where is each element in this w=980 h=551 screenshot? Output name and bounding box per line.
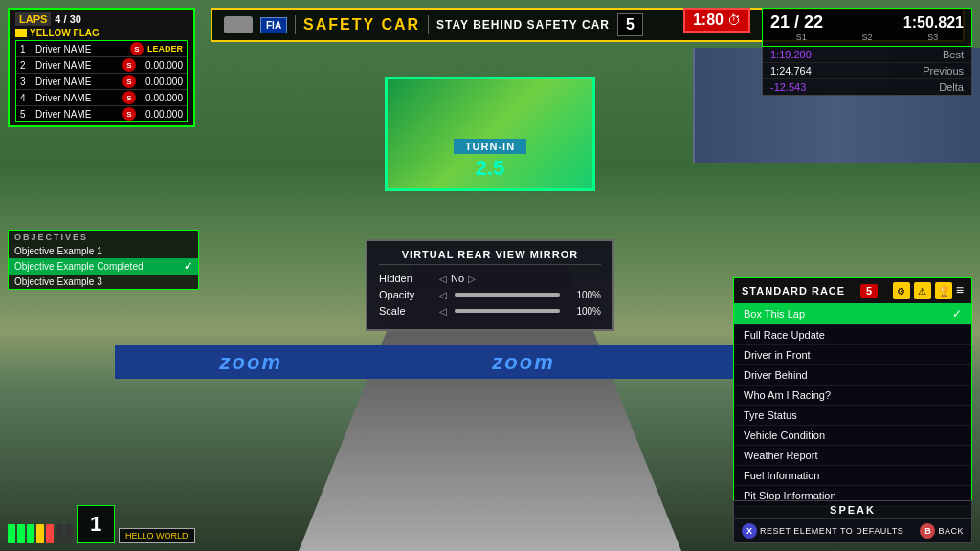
mirror-popup: VIRTUAL REAR VIEW MIRROR Hidden ◁ No ▷ O… [366,239,614,331]
gear-box: 1 [77,505,115,543]
sc-divider [295,15,296,34]
sector-s2: S2 [836,33,899,42]
opacity-row: Opacity ◁ 100% [379,289,601,300]
sector-s1: S1 [770,33,833,42]
race-panel: STANDARD RACE 5 ⚙ ⚠ 🏆 ≡ Box This Lap ✓ F… [733,277,972,507]
rpm-bar [8,524,73,543]
settings-icon[interactable]: ⚙ [893,282,910,299]
menu-item-driver-front[interactable]: Driver in Front [734,345,971,365]
sc-instruction: STAY BEHIND SAFETY CAR [436,18,610,32]
delta-label: Delta [939,81,964,93]
opacity-pct: 100% [568,290,601,300]
back-label: BACK [938,526,964,536]
menu-item-who-racing[interactable]: Who Am I Racing? [734,386,971,406]
scale-slider[interactable] [455,309,560,313]
zoom-text-1: zoom [220,350,282,375]
menu-item-full-race[interactable]: Full Race Update [734,325,971,345]
speak-controls: X RESET ELEMENT TO DEFAULTS B BACK [734,519,971,542]
timer-icon: ⏱ [727,12,741,28]
right-arrow-icon: ▷ [468,274,476,284]
objective-item-2: Objective Example Completed ✓ [9,258,198,275]
timer-value: 1:80 [693,11,724,29]
rpm-dot-7 [65,524,73,543]
race-badge: 5 [860,284,878,298]
scale-fill [455,309,560,313]
gear-value: 1 [90,512,101,537]
check-icon: ✓ [952,307,962,320]
safety-car-icon [224,16,253,33]
rpm-dot-4 [36,524,44,543]
timing-pos: 21 / 22 1:50.821 [770,12,964,33]
standing-row-2: 2 Driver NAME S 0.00.000 [16,57,187,74]
opacity-slider[interactable] [455,293,560,297]
alert-icon[interactable]: ⚠ [914,282,931,299]
objectives-panel: OBJECTIVES Objective Example 1 Objective… [8,230,199,290]
rpm-dot-2 [17,524,25,543]
objective-text-3: Objective Example 3 [14,276,102,287]
lap-time-display: 1:50.821 [903,14,964,32]
speak-title: SPEAK [734,501,971,519]
laps-label: LAPS [15,12,51,26]
turn-in-value: 2.5 [476,156,505,181]
rpm-dot-6 [56,524,63,543]
rpm-dots [8,524,73,543]
timer-box: 1:80 ⏱ [683,8,750,33]
back-control[interactable]: B BACK [920,523,964,539]
delta-time: -12.543 [770,81,806,93]
hidden-toggle[interactable]: ◁ No ▷ [439,273,476,284]
sector-row: S1 S2 S3 [770,33,964,42]
objective-item-1: Objective Example 1 [9,244,198,258]
x-button[interactable]: X [742,523,757,539]
scale-label: Scale [379,305,432,317]
hamburger-icon[interactable]: ≡ [956,282,964,299]
opacity-label: Opacity [379,289,432,300]
objective-check-icon: ✓ [184,260,192,273]
turn-in-label: TURN-IN [454,139,526,154]
prev-time: 1:24.764 [770,65,812,77]
best-label: Best [943,49,964,60]
rpm-dot-5 [46,524,54,543]
menu-item-tyre[interactable]: Tyre Status [734,406,971,426]
popup-title: VIRTUAL REAR VIEW MIRROR [379,249,601,265]
laps-value: 4 / 30 [55,13,81,25]
flag-icon: ⚑ [15,29,27,37]
standing-row-5: 5 Driver NAME S 0.00.000 [16,106,187,121]
fia-badge: FIA [260,17,287,33]
timing-delta-row: -12.543 Delta [763,79,971,95]
scale-pct: 100% [568,306,601,317]
rpm-dot-1 [8,524,15,543]
objective-item-3: Objective Example 3 [9,275,198,289]
hello-world-badge: HELLO WORLD [119,528,195,543]
race-menu: Box This Lap ✓ Full Race Update Driver i… [734,303,971,506]
menu-item-fuel[interactable]: Fuel Information [734,466,971,486]
menu-item-weather[interactable]: Weather Report [734,446,971,466]
reset-label: RESET ELEMENT TO DEFAULTS [760,526,903,536]
reset-control[interactable]: X RESET ELEMENT TO DEFAULTS [742,523,903,539]
position-display: 21 / 22 [770,12,823,33]
sc-divider-2 [428,15,429,34]
zoom-text-2: zoom [492,350,554,375]
laps-row: LAPS 4 / 30 [15,12,188,26]
menu-item-box[interactable]: Box This Lap ✓ [734,303,971,325]
trophy-icon[interactable]: 🏆 [935,282,952,299]
timing-prev-row: 1:24.764 Previous [763,63,971,79]
left-arrow-icon: ◁ [439,274,447,284]
standings-box: 1 Driver NAME S LEADER 2 Driver NAME S 0… [15,40,188,122]
objective-text-1: Objective Example 1 [14,246,102,256]
right-hud: 21 / 22 1:50.821 S1 S2 S3 1:19.200 Best … [762,8,972,96]
sector-s3: S3 [902,33,964,42]
objective-text-2: Objective Example Completed [14,261,144,272]
bottom-left-hud: 1 HELLO WORLD [8,505,195,543]
rpm-dot-3 [27,524,34,543]
race-title: STANDARD RACE [742,285,845,297]
standing-row-3: 3 Driver NAME S 0.00.000 [16,74,187,90]
race-header: STANDARD RACE 5 ⚙ ⚠ 🏆 ≡ [734,278,971,303]
objectives-header: OBJECTIVES [9,231,198,244]
b-button[interactable]: B [920,523,935,539]
speak-bar: SPEAK X RESET ELEMENT TO DEFAULTS B BACK [733,500,972,543]
sc-title: SAFETY CAR [303,16,420,33]
hidden-row: Hidden ◁ No ▷ [379,273,601,284]
menu-item-driver-behind[interactable]: Driver Behind [734,365,971,386]
hidden-label: Hidden [379,273,432,284]
menu-item-vehicle[interactable]: Vehicle Condition [734,426,971,446]
